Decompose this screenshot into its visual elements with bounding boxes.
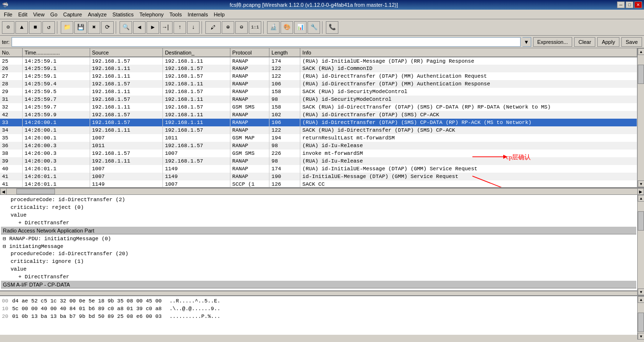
menu-internals[interactable]: Internals xyxy=(185,10,211,19)
tb-up-button[interactable]: ↑ xyxy=(174,21,186,34)
table-row[interactable]: 3114:25:59.7192.168.1.57192.168.1.11RANA… xyxy=(0,96,637,103)
menu-capture[interactable]: Capture xyxy=(60,10,85,19)
packet-rows: 2514:25:59.1192.168.1.57192.168.1.11RANA… xyxy=(0,57,637,187)
tb-zoom-100-button[interactable]: 1:1 xyxy=(249,21,261,34)
menu-file[interactable]: File xyxy=(1,10,15,19)
tb-extra-button[interactable]: 🔧 xyxy=(308,21,320,34)
menu-analyze[interactable]: Analyze xyxy=(85,10,109,19)
tb-color-button[interactable]: 🖍 xyxy=(205,21,221,34)
packet-list-hscroll[interactable]: ◀ ▶ xyxy=(0,188,644,195)
tb-restart-button[interactable]: ↺ xyxy=(42,21,55,34)
hscroll-thumb[interactable] xyxy=(16,189,55,194)
tb-interface-button[interactable]: ⊙ xyxy=(2,21,14,34)
packet-list-container: No. Time................ Source Destinat… xyxy=(0,48,637,187)
tb-prev-button[interactable]: ◀ xyxy=(133,21,146,34)
tb-zoom-in-button[interactable]: ⊕ xyxy=(222,21,234,34)
table-row[interactable]: 3914:26:00.3192.168.1.11192.168.1.57RANA… xyxy=(0,157,637,165)
menu-tools[interactable]: Tools xyxy=(167,10,185,19)
hex-vscroll[interactable]: ▲ ▼ xyxy=(637,296,644,340)
hex-dump: 00d4 ae 52 c5 1c 32 00 0e 5e 18 9b 35 08… xyxy=(0,296,637,335)
menu-help[interactable]: Help xyxy=(211,10,228,19)
tb-stop-button[interactable]: ■ xyxy=(29,21,41,34)
detail-vscroll-track[interactable] xyxy=(638,202,644,288)
detail-line: criticality: reject (0) xyxy=(1,204,636,211)
detail-vscroll-thumb[interactable] xyxy=(638,211,644,231)
expression-button[interactable]: Expression... xyxy=(533,37,573,47)
detail-vscroll-up[interactable]: ▲ xyxy=(638,195,644,202)
table-row[interactable]: 2514:25:59.1192.168.1.57192.168.1.11RANA… xyxy=(0,57,637,65)
col-info[interactable]: Info xyxy=(300,48,637,57)
packet-list-vscroll[interactable]: ▲ ▼ xyxy=(637,48,644,187)
vscroll-up[interactable]: ▲ xyxy=(638,48,644,55)
save-button[interactable]: Save xyxy=(621,37,642,47)
col-protocol[interactable]: Protocol xyxy=(230,48,269,57)
menu-statistics[interactable]: Statistics xyxy=(109,10,136,19)
col-length[interactable]: Length xyxy=(269,48,300,57)
detail-line: value xyxy=(1,265,636,273)
tb-start-button[interactable]: ▲ xyxy=(15,21,28,34)
table-row[interactable]: 4114:26:01.111491007SCCP (1126SACK CC xyxy=(0,180,637,187)
tb-reload-button[interactable]: ⟳ xyxy=(101,21,114,34)
detail-line: ⊟ Protocol Discriminator: SMS messages (… xyxy=(1,288,636,291)
table-row[interactable]: 4114:26:01.110071149RANAP190id-InitialUE… xyxy=(0,173,637,180)
tb-open-button[interactable]: 📁 xyxy=(61,21,73,34)
apply-button[interactable]: Apply xyxy=(597,37,619,47)
minimize-button[interactable]: ─ xyxy=(617,1,625,8)
table-row[interactable]: 3314:26:00.1192.168.1.57192.168.1.11RANA… xyxy=(0,119,637,126)
vscroll-thumb[interactable] xyxy=(638,65,644,84)
hex-vscroll-down[interactable]: ▼ xyxy=(638,333,644,340)
tb-colorize-button[interactable]: 🎨 xyxy=(281,21,293,34)
toolbar: ⊙ ▲ ■ ↺ 📁 💾 ✖ ⟳ 🔍 ◀ ▶ →| ↑ ↓ 🖍 ⊕ ⊖ 1:1 🔬… xyxy=(0,19,644,36)
table-row[interactable]: 2814:25:59.4192.168.1.57192.168.1.11RANA… xyxy=(0,80,637,88)
tb-capture-filters-button[interactable]: 🔬 xyxy=(267,21,280,34)
table-row[interactable]: 3214:25:59.7192.168.1.11192.168.1.57GSM … xyxy=(0,103,637,111)
clear-button[interactable]: Clear xyxy=(574,37,595,47)
hex-vscroll-thumb[interactable] xyxy=(638,313,644,332)
tb-save-button[interactable]: 💾 xyxy=(74,21,87,34)
hscroll-left[interactable]: ◀ xyxy=(0,188,7,195)
vscroll-down[interactable]: ▼ xyxy=(638,180,644,187)
menu-view[interactable]: View xyxy=(30,10,48,19)
tb-down-button[interactable]: ↓ xyxy=(187,21,200,34)
table-row[interactable]: 4214:25:59.9192.168.1.57192.168.1.11RANA… xyxy=(0,111,637,119)
tb-goto-button[interactable]: →| xyxy=(160,21,173,34)
detail-line: procedureCode: id-DirectTransfer (2) xyxy=(1,196,636,204)
filter-label: ter: xyxy=(2,39,10,45)
tb-find-button[interactable]: 🔍 xyxy=(120,21,132,34)
tb-next-button[interactable]: ▶ xyxy=(147,21,159,34)
table-row[interactable]: 3614:26:00.31011192.168.1.57RANAP98(RUA)… xyxy=(0,142,637,150)
filter-dropdown[interactable]: ▼ xyxy=(523,37,531,47)
table-row[interactable]: 2914:25:59.5192.168.1.11192.168.1.57RANA… xyxy=(0,88,637,96)
col-time[interactable]: Time................ xyxy=(23,48,90,57)
detail-vscroll-down[interactable]: ▼ xyxy=(638,288,644,295)
close-button[interactable]: ✕ xyxy=(634,1,642,8)
table-row[interactable]: 4014:26:01.110071149RANAP174(RUA) id-Ini… xyxy=(0,165,637,173)
tb-zoom-out-button[interactable]: ⊖ xyxy=(235,21,248,34)
menu-telephony[interactable]: Telephony xyxy=(136,10,166,19)
filter-input[interactable] xyxy=(12,37,521,47)
table-row[interactable]: 3414:26:00.1192.168.1.11192.168.1.57RANA… xyxy=(0,126,637,134)
table-row[interactable]: 3514:26:00.110071011GSM MAP194returnResu… xyxy=(0,134,637,142)
maximize-button[interactable]: □ xyxy=(626,1,633,8)
main-area: No. Time................ Source Destinat… xyxy=(0,48,644,342)
menu-edit[interactable]: Edit xyxy=(15,10,30,19)
hscroll-track[interactable] xyxy=(7,189,637,194)
menu-go[interactable]: Go xyxy=(47,10,60,19)
col-source[interactable]: Source xyxy=(90,48,162,57)
tb-close-button[interactable]: ✖ xyxy=(88,21,100,34)
hex-vscroll-up[interactable]: ▲ xyxy=(638,296,644,303)
titlebar-icon: 🦈 xyxy=(2,2,9,8)
table-row[interactable]: 2614:25:59.1192.168.1.11192.168.1.57RANA… xyxy=(0,65,637,72)
vscroll-track[interactable] xyxy=(638,55,644,180)
col-destination[interactable]: Destination_ xyxy=(163,48,230,57)
toolbar-separator-4 xyxy=(263,21,265,34)
tb-telephony-button[interactable]: 📞 xyxy=(326,21,338,34)
titlebar-title: fcs帅.pcapng [Wireshark 1.12.0 (v1.12.0-0… xyxy=(229,1,398,9)
table-row[interactable]: 3814:26:00.3192.168.1.571007GSM SMS226in… xyxy=(0,150,637,157)
detail-vscroll[interactable]: ▲ ▼ xyxy=(637,195,644,295)
hex-vscroll-track[interactable] xyxy=(638,303,644,333)
hscroll-right[interactable]: ▶ xyxy=(637,188,644,195)
col-no[interactable]: No. xyxy=(0,48,23,57)
table-row[interactable]: 2714:25:59.1192.168.1.11192.168.1.57RANA… xyxy=(0,72,637,80)
tb-graph-button[interactable]: 📊 xyxy=(294,21,307,34)
